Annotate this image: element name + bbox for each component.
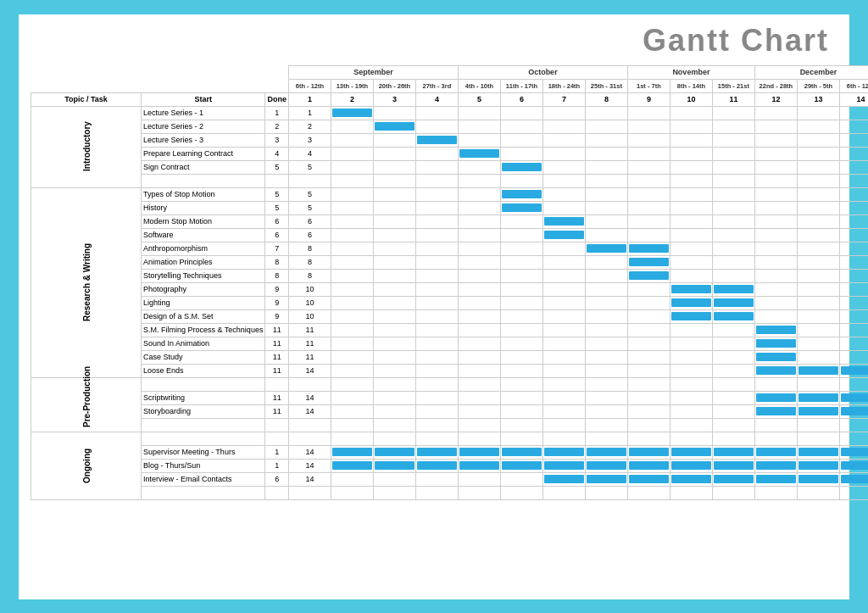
week-cell (500, 187, 542, 201)
week-cell (415, 120, 458, 133)
week-cell (415, 323, 458, 337)
table-row: Supervisor Meeting - Thurs114 (31, 445, 869, 459)
week-cell (542, 215, 585, 228)
week-cell (331, 187, 373, 201)
task-done: 1 (288, 106, 331, 120)
week-cell (839, 404, 868, 418)
task-name: Supervisor Meeting - Thurs (142, 445, 265, 459)
week-cell (415, 486, 458, 499)
week-cell (458, 160, 500, 174)
week-cell (373, 309, 415, 323)
week-cell (712, 404, 754, 418)
task-start (265, 486, 289, 499)
week-cell (839, 160, 868, 174)
task-start: 3 (265, 133, 289, 147)
week-cell (627, 242, 670, 255)
week-cell (373, 472, 415, 486)
week-cell (373, 418, 415, 432)
week-cell (415, 201, 458, 215)
week-cell (373, 242, 415, 255)
week-cell (797, 364, 839, 377)
week-cell (373, 391, 415, 404)
week-cell (415, 459, 458, 472)
week-cell (331, 201, 373, 215)
week-cell (458, 350, 500, 364)
week-cell (458, 106, 500, 120)
week-cell (500, 432, 542, 445)
week-cell (839, 323, 868, 337)
table-row: Sign Contract55 (31, 160, 869, 174)
week-cell (500, 282, 542, 296)
week-cell (797, 187, 839, 201)
week-cell (797, 391, 839, 404)
week-cell (331, 160, 373, 174)
week-cell (373, 147, 415, 160)
week-cell (373, 228, 415, 242)
week-cell (839, 187, 868, 201)
week-cell (500, 364, 542, 377)
week-cell (670, 432, 712, 445)
week-cell (331, 174, 373, 187)
week-cell (670, 215, 712, 228)
week-cell (542, 459, 585, 472)
task-name: Lecture Series - 2 (142, 120, 265, 133)
week-cell (500, 377, 542, 391)
table-row: Storyboarding1114 (31, 404, 869, 418)
week-cell (331, 391, 373, 404)
chart-container: Gantt Chart SeptemberOctoberNovemberDece… (19, 14, 849, 599)
week-cell (754, 296, 797, 309)
week-cell (585, 255, 627, 269)
week-cell (797, 432, 839, 445)
task-done: 11 (288, 323, 331, 337)
task-start: 11 (265, 364, 289, 377)
week-cell (670, 377, 712, 391)
task-done: 14 (288, 404, 331, 418)
week-cell (754, 147, 797, 160)
week-cell (373, 459, 415, 472)
week-cell (458, 337, 500, 350)
task-start: 11 (265, 337, 289, 350)
week-cell (712, 296, 754, 309)
week-cell (585, 486, 627, 499)
week-cell (797, 160, 839, 174)
week-cell (754, 364, 797, 377)
week-cell (415, 174, 458, 187)
task-done: 14 (288, 364, 331, 377)
week-cell (585, 106, 627, 120)
week-cell (415, 404, 458, 418)
week-cell (839, 418, 868, 432)
task-start: 6 (265, 472, 289, 486)
week-cell (500, 404, 542, 418)
week-cell (331, 459, 373, 472)
week-cell (627, 215, 670, 228)
week-cell (670, 296, 712, 309)
week-cell (542, 418, 585, 432)
week-cell (415, 228, 458, 242)
task-name: History (142, 201, 265, 215)
table-row (31, 174, 869, 187)
week-cell (670, 269, 712, 282)
week-cell (627, 459, 670, 472)
week-cell (585, 269, 627, 282)
week-cell (797, 377, 839, 391)
task-name: Blog - Thurs/Sun (142, 459, 265, 472)
task-done: 5 (288, 187, 331, 201)
week-cell (415, 255, 458, 269)
task-done (288, 174, 331, 187)
week-cell (373, 120, 415, 133)
week-cell (839, 106, 868, 120)
week-cell (331, 445, 373, 459)
week-cell (839, 309, 868, 323)
week-cell (712, 432, 754, 445)
task-start: 11 (265, 323, 289, 337)
task-done (288, 432, 331, 445)
week-cell (712, 282, 754, 296)
week-cell (500, 160, 542, 174)
task-start: 2 (265, 120, 289, 133)
table-row: Storytelling Techniques88 (31, 269, 869, 282)
week-cell (585, 323, 627, 337)
week-cell (627, 174, 670, 187)
week-cell (500, 350, 542, 364)
week-cell (712, 472, 754, 486)
col-topic-header: Topic / Task (31, 92, 142, 106)
